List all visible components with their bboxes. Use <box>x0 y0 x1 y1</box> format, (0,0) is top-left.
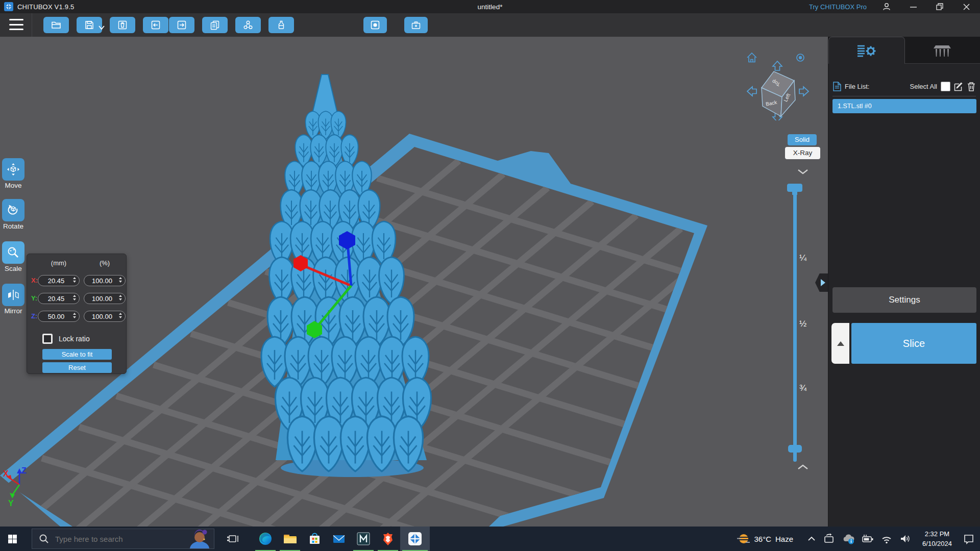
chitubox-logo-icon <box>4 2 13 11</box>
perspective-toggle-icon[interactable] <box>797 54 804 61</box>
lock-ratio-checkbox[interactable] <box>42 334 53 344</box>
rotate-left-icon[interactable] <box>747 87 756 96</box>
account-icon[interactable] <box>880 1 893 13</box>
svg-text:Y: Y <box>8 499 14 508</box>
taskbar-clock[interactable]: 2:32 PM 6/10/2024 <box>918 529 956 549</box>
tray-time: 2:32 PM <box>918 529 956 539</box>
close-button[interactable] <box>960 1 973 13</box>
slice-button[interactable]: Slice <box>851 323 976 364</box>
search-input[interactable] <box>54 534 185 544</box>
taskbar-app-brave[interactable] <box>376 527 400 551</box>
wifi-icon[interactable] <box>880 533 893 544</box>
scale-to-fit-button[interactable]: Scale to fit <box>42 349 112 360</box>
task-view-button[interactable] <box>226 527 241 551</box>
taskbar-app-edge[interactable] <box>253 527 278 551</box>
menu-icon[interactable] <box>9 18 23 31</box>
repair-model-button[interactable] <box>404 17 428 33</box>
save-dropdown-icon[interactable] <box>99 26 105 30</box>
mail-icon <box>332 532 346 546</box>
minimize-button[interactable] <box>906 1 920 13</box>
copy-model-icon <box>209 19 220 31</box>
taskbar-app-maya[interactable] <box>351 527 376 551</box>
taskbar-app-microsoft-store[interactable] <box>302 527 327 551</box>
redo-button[interactable] <box>169 17 194 33</box>
redo-icon <box>176 19 187 31</box>
x-axis-label: X: <box>31 277 38 284</box>
file-list-item[interactable]: 1.STL.stl #0 <box>832 99 976 113</box>
windows-logo-icon <box>8 535 17 543</box>
taskbar-search[interactable] <box>32 529 214 549</box>
weather-widget[interactable]: 36°C Haze <box>737 532 793 545</box>
taskbar-app-file-explorer[interactable] <box>278 527 302 551</box>
auto-arrange-button[interactable] <box>235 17 261 33</box>
save-button[interactable] <box>77 17 102 33</box>
reset-button[interactable]: Reset <box>42 362 112 373</box>
slider-quarter-label: ¼ <box>799 253 806 263</box>
slice-options-button[interactable] <box>831 323 849 364</box>
rotate-right-icon[interactable] <box>799 87 808 96</box>
try-pro-link[interactable]: Try CHITUBOX Pro <box>809 3 867 11</box>
up-arrow-icon <box>837 341 844 346</box>
y-mm-stepper[interactable] <box>73 295 76 300</box>
windows-taskbar: 36°C Haze 2:32 PM 6/10/2024 <box>0 527 980 551</box>
start-button[interactable] <box>0 527 24 551</box>
taskbar-app-chitubox[interactable] <box>400 527 430 551</box>
xray-view-button[interactable]: X-Ray <box>785 147 820 159</box>
tool-rotate[interactable]: Rotate <box>1 199 26 230</box>
y-percent-stepper[interactable] <box>119 295 122 300</box>
z-mm-stepper[interactable] <box>73 313 76 318</box>
slider-bottom-handle[interactable] <box>788 445 802 453</box>
support-tab-icon <box>932 42 952 58</box>
tray-overflow-icon[interactable] <box>807 535 816 543</box>
right-arrow-icon <box>821 279 825 286</box>
view-cube-body[interactable]: Top Back Left <box>762 71 795 116</box>
slider-three-quarter-label: ¾ <box>799 383 806 393</box>
delete-model-button[interactable] <box>110 17 135 33</box>
slider-expand-icon[interactable] <box>797 464 809 470</box>
scale-percent-header: (%) <box>84 259 126 267</box>
search-assistant-avatar <box>185 529 214 549</box>
undo-button[interactable] <box>143 17 168 33</box>
hollow-button[interactable] <box>363 17 387 33</box>
z-percent-stepper[interactable] <box>119 313 122 318</box>
undo-icon <box>150 19 161 31</box>
taskbar-app-mail[interactable] <box>327 527 351 551</box>
open-file-button[interactable] <box>43 17 69 33</box>
action-center-icon[interactable] <box>963 533 975 544</box>
tool-scale[interactable]: Scale <box>1 241 26 272</box>
view-cube[interactable]: Top Back Left <box>741 43 821 120</box>
rename-icon[interactable] <box>954 82 964 91</box>
document-title: untitled* <box>478 3 503 11</box>
onedrive-icon[interactable] <box>842 533 855 544</box>
tab-settings[interactable] <box>828 37 905 64</box>
restore-button[interactable] <box>933 1 946 13</box>
x-percent-stepper[interactable] <box>119 277 122 283</box>
settings-button[interactable]: Settings <box>832 287 976 313</box>
resin-settings-button[interactable] <box>268 17 294 33</box>
slider-top-handle[interactable] <box>787 184 802 192</box>
solid-view-button[interactable]: Solid <box>788 134 817 145</box>
repair-model-icon <box>410 19 422 31</box>
tablet-mode-icon[interactable] <box>823 533 835 544</box>
slice-preview-slider[interactable] <box>793 184 797 462</box>
search-icon <box>39 534 49 544</box>
tool-mirror[interactable]: Mirror <box>1 284 26 315</box>
maya-icon <box>356 532 371 546</box>
tool-move[interactable]: Move <box>1 158 26 189</box>
haze-sun-icon <box>737 532 750 545</box>
toolbar-divider <box>32 13 32 37</box>
volume-icon[interactable] <box>899 533 912 544</box>
select-all-label: Select All <box>910 83 937 90</box>
battery-icon[interactable] <box>862 533 874 544</box>
select-all-checkbox[interactable] <box>941 82 950 91</box>
delete-file-icon[interactable] <box>967 82 975 91</box>
copy-model-button[interactable] <box>202 17 228 33</box>
rotate-up-icon[interactable] <box>773 61 782 70</box>
right-panel: File List: Select All 1.STL.stl #0 Setti… <box>828 37 980 527</box>
home-view-icon[interactable] <box>747 53 756 62</box>
tab-support[interactable] <box>905 37 980 63</box>
chitubox-window: CHITUBOX V1.9.5 untitled* Try CHITUBOX P… <box>0 0 980 551</box>
title-bar: CHITUBOX V1.9.5 untitled* Try CHITUBOX P… <box>0 0 980 13</box>
x-mm-stepper[interactable] <box>73 277 76 283</box>
slider-collapse-icon[interactable] <box>797 168 809 175</box>
